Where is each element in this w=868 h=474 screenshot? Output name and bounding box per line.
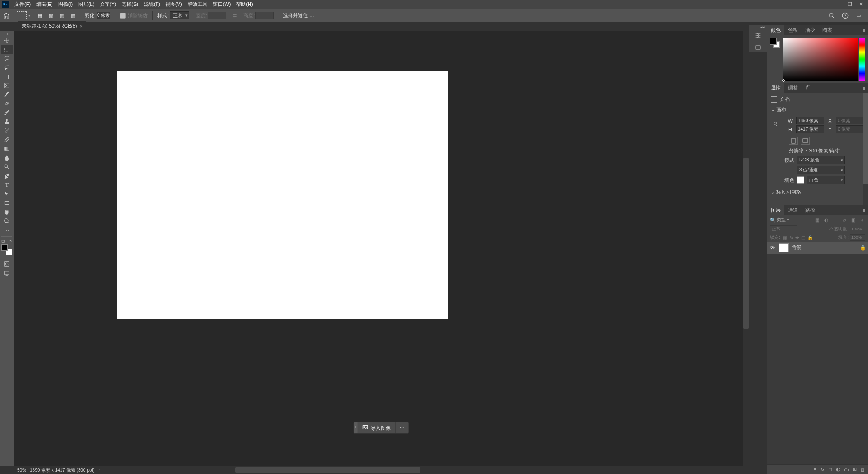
taskbar-grip-icon[interactable]: ⋮ — [354, 422, 358, 433]
eraser-tool-icon[interactable] — [1, 135, 13, 144]
lock-transparency-icon[interactable]: ▦ — [783, 235, 787, 240]
canvas-x-input[interactable]: 0 像素 — [836, 117, 864, 124]
search-icon[interactable] — [827, 11, 835, 19]
pen-tool-icon[interactable] — [1, 171, 13, 180]
selection-new-icon[interactable]: ▦ — [36, 11, 44, 19]
fill-select[interactable]: 白色 — [807, 176, 845, 184]
path-select-tool-icon[interactable] — [1, 190, 13, 199]
zoom-level[interactable]: 50% — [17, 468, 26, 473]
bit-depth-select[interactable]: 8 位/通道 — [797, 166, 845, 174]
properties-panel-menu-icon[interactable]: ≡ — [860, 85, 868, 91]
lock-all-icon[interactable]: 🔒 — [807, 235, 813, 240]
color-swatches[interactable] — [1, 244, 12, 255]
swap-colors-icon[interactable]: ◻↺ — [1, 239, 12, 243]
menu-help[interactable]: 帮助(H) — [233, 1, 255, 8]
menu-window[interactable]: 窗口(W) — [210, 1, 234, 8]
new-layer-icon[interactable]: ⊞ — [853, 466, 857, 472]
canvas-y-input[interactable]: 0 像素 — [836, 125, 864, 133]
menu-file[interactable]: 文件(F) — [12, 1, 33, 8]
style-select[interactable]: 正常 — [170, 11, 189, 19]
menu-edit[interactable]: 编辑(E) — [33, 1, 56, 8]
filter-toggle-icon[interactable]: ● — [859, 217, 865, 223]
filter-smart-icon[interactable]: ▣ — [850, 217, 856, 223]
menu-filter[interactable]: 滤镜(T) — [141, 1, 163, 8]
quick-select-tool-icon[interactable] — [1, 63, 13, 72]
current-tool-icon[interactable] — [17, 11, 27, 19]
crop-tool-icon[interactable] — [1, 72, 13, 81]
gradient-tool-icon[interactable] — [1, 144, 13, 153]
adjustment-layer-icon[interactable]: ◐ — [836, 466, 840, 472]
selection-intersect-icon[interactable]: ▩ — [69, 11, 77, 19]
tab-close-icon[interactable]: × — [80, 24, 82, 29]
menu-image[interactable]: 图像(I) — [56, 1, 75, 8]
canvas-section[interactable]: 画布 — [771, 106, 864, 113]
eyedropper-tool-icon[interactable] — [1, 90, 13, 99]
document-info[interactable]: 1890 像素 x 1417 像素 (300 ppi) — [30, 467, 94, 474]
document-tab[interactable]: 未标题-1 @ 50%(RGB/8) × — [18, 21, 86, 31]
taskbar-more-icon[interactable]: ⋯ — [395, 422, 409, 433]
toolbox-handle[interactable] — [2, 33, 11, 35]
delete-layer-icon[interactable]: 🗑 — [860, 467, 865, 472]
info-chevron-icon[interactable]: 〉 — [98, 467, 102, 473]
layer-visibility-icon[interactable]: 👁 — [769, 245, 776, 251]
group-icon[interactable]: 🗀 — [844, 467, 849, 472]
menu-plugins[interactable]: 增效工具 — [185, 1, 210, 8]
layer-mask-icon[interactable]: ◻ — [828, 466, 832, 472]
canvas-height-input[interactable]: 1417 像素 — [796, 125, 824, 133]
hue-slider[interactable] — [859, 38, 865, 81]
dock-icon-2[interactable] — [754, 43, 762, 52]
window-minimize-icon[interactable]: — — [834, 2, 844, 7]
tab-channels[interactable]: 通道 — [784, 205, 802, 215]
tab-patterns[interactable]: 图案 — [819, 25, 836, 35]
orientation-landscape-icon[interactable] — [801, 137, 810, 145]
lock-artboard-icon[interactable]: ◫ — [801, 235, 805, 240]
dodge-tool-icon[interactable] — [1, 162, 13, 171]
filter-type-icon[interactable]: T — [832, 217, 838, 223]
layer-fx-icon[interactable]: fx — [821, 467, 825, 472]
color-field[interactable] — [783, 38, 858, 81]
edit-toolbar-icon[interactable]: ⋯ — [1, 226, 13, 235]
panel-fg-color[interactable] — [770, 38, 777, 45]
tab-layers[interactable]: 图层 — [767, 205, 784, 215]
color-panel-menu-icon[interactable]: ≡ — [860, 28, 868, 33]
tab-gradients[interactable]: 渐变 — [802, 25, 819, 35]
healing-tool-icon[interactable] — [1, 99, 13, 108]
quickmask-icon[interactable] — [1, 260, 13, 269]
workspace-icon[interactable]: ▭ — [854, 11, 863, 19]
help-icon[interactable] — [841, 11, 849, 19]
frame-tool-icon[interactable] — [1, 81, 13, 90]
color-mode-select[interactable]: RGB 颜色 — [797, 156, 845, 164]
import-image-button[interactable]: 导入图像 — [358, 422, 395, 433]
move-tool-icon[interactable] — [1, 36, 13, 45]
window-restore-icon[interactable]: ❐ — [844, 1, 855, 7]
link-layers-icon[interactable]: ⚭ — [813, 466, 817, 472]
window-close-icon[interactable]: ✕ — [855, 1, 866, 7]
layer-row[interactable]: 👁 背景 🔒 — [767, 242, 868, 254]
tool-preset-dropdown-icon[interactable]: ▾ — [28, 14, 30, 18]
home-icon[interactable] — [2, 11, 11, 19]
tab-adjustments[interactable]: 调整 — [784, 83, 802, 93]
tab-libraries[interactable]: 库 — [802, 83, 814, 93]
expand-dock-icon[interactable]: ◂◂ — [760, 25, 765, 29]
foreground-color[interactable] — [1, 244, 8, 251]
selection-add-icon[interactable]: ▧ — [47, 11, 55, 19]
layers-panel-menu-icon[interactable]: ≡ — [860, 208, 868, 213]
rulers-grids-section[interactable]: 标尺和网格 — [771, 189, 864, 195]
layer-filter[interactable]: 🔍 类型 ▾ — [770, 217, 812, 223]
layer-thumbnail[interactable] — [779, 243, 789, 252]
canvas-area[interactable]: ⋮ 导入图像 ⋯ — [14, 31, 749, 466]
filter-pixel-icon[interactable]: ▦ — [814, 217, 820, 223]
lasso-tool-icon[interactable] — [1, 54, 13, 63]
fill-swatch[interactable] — [797, 176, 804, 184]
type-tool-icon[interactable] — [1, 180, 13, 190]
marquee-tool-icon[interactable] — [1, 45, 13, 54]
shape-tool-icon[interactable] — [1, 199, 13, 208]
filter-shape-icon[interactable]: ▱ — [841, 217, 847, 223]
screenmode-icon[interactable] — [1, 269, 13, 278]
lock-image-icon[interactable]: ✎ — [789, 235, 793, 240]
menu-select[interactable]: 选择(S) — [119, 1, 141, 8]
color-swatch-pair[interactable] — [770, 38, 780, 48]
history-brush-tool-icon[interactable] — [1, 126, 13, 135]
dock-icon-1[interactable] — [754, 32, 762, 40]
document-canvas[interactable] — [117, 71, 448, 319]
